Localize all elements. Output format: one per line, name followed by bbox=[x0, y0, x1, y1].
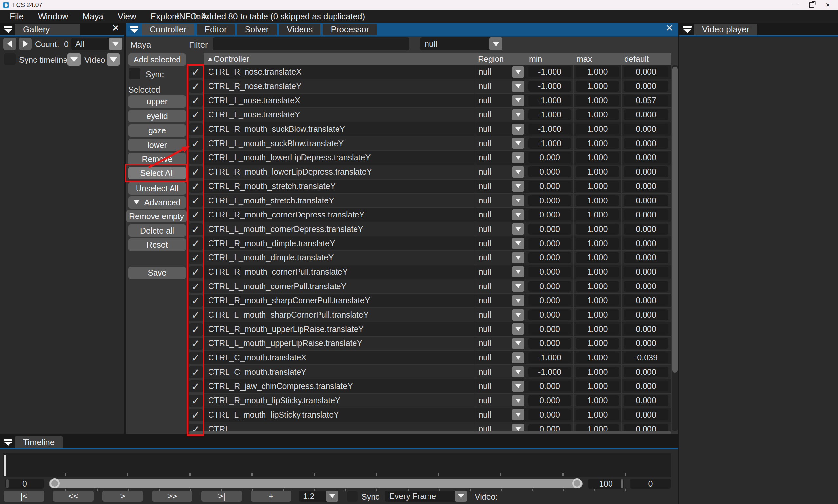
save-button[interactable]: Save bbox=[128, 267, 186, 279]
row-region-dropdown-button[interactable] bbox=[512, 238, 524, 249]
panel-menu-icon[interactable] bbox=[130, 26, 138, 33]
row-region-dropdown-button[interactable] bbox=[512, 195, 524, 206]
table-row[interactable]: CTRL_L_mouth_dimple.translateYnull0.0001… bbox=[204, 251, 671, 265]
table-row[interactable]: CTRL_L_mouth_stretch.translateYnull0.000… bbox=[204, 194, 671, 208]
row-default-value[interactable]: 0.000 bbox=[624, 267, 668, 277]
region-filter-select[interactable]: null bbox=[420, 37, 494, 50]
add-selected-button[interactable]: Add selected bbox=[128, 53, 186, 66]
frame-mode-dropdown-button[interactable] bbox=[455, 491, 467, 502]
row-default-value[interactable]: 0.000 bbox=[624, 424, 668, 431]
row-max-value[interactable]: 1.000 bbox=[576, 209, 619, 220]
row-min-value[interactable]: -1.000 bbox=[528, 124, 571, 134]
frame-mode-select[interactable]: Every Frame bbox=[385, 491, 459, 502]
row-min-value[interactable]: 0.000 bbox=[528, 281, 571, 292]
step-back-button[interactable]: << bbox=[53, 491, 93, 502]
table-row[interactable]: CTRL_L_mouth_cornerDepress.translateYnul… bbox=[204, 222, 671, 237]
select-all-button[interactable]: Select All bbox=[128, 167, 186, 179]
row-default-value[interactable]: 0.000 bbox=[624, 295, 668, 306]
row-max-value[interactable]: 1.000 bbox=[576, 95, 619, 106]
row-min-value[interactable]: 0.000 bbox=[528, 267, 571, 277]
table-header[interactable]: Controller Region min max default bbox=[204, 53, 671, 65]
row-max-value[interactable]: 1.000 bbox=[576, 109, 619, 120]
row-region-dropdown-button[interactable] bbox=[512, 381, 524, 392]
row-region-dropdown-button[interactable] bbox=[512, 281, 524, 292]
advanced-button[interactable]: Advanced bbox=[128, 196, 186, 209]
restore-button[interactable] bbox=[803, 0, 820, 10]
row-min-value[interactable]: 0.000 bbox=[528, 424, 571, 431]
gallery-view-select[interactable]: All bbox=[71, 38, 112, 50]
row-min-value[interactable]: -1.000 bbox=[528, 367, 571, 377]
gallery-view-dropdown-button[interactable] bbox=[109, 38, 122, 50]
row-default-value[interactable]: 0.000 bbox=[624, 324, 668, 335]
row-min-value[interactable]: 0.000 bbox=[528, 324, 571, 335]
row-default-value[interactable]: 0.000 bbox=[624, 224, 668, 234]
row-checkbox[interactable]: ✓ bbox=[189, 352, 203, 364]
panel-menu-icon[interactable] bbox=[4, 439, 13, 446]
group-gaze-button[interactable]: gaze bbox=[128, 124, 186, 137]
row-min-value[interactable]: 0.000 bbox=[528, 410, 571, 420]
row-default-value[interactable]: 0.000 bbox=[624, 338, 668, 349]
row-checkbox[interactable]: ✓ bbox=[189, 237, 203, 250]
column-header-default[interactable]: default bbox=[621, 53, 670, 65]
row-checkbox[interactable]: ✓ bbox=[189, 281, 203, 293]
close-button[interactable]: × bbox=[820, 0, 836, 10]
row-default-value[interactable]: 0.000 bbox=[624, 252, 668, 263]
table-scrollbar[interactable] bbox=[672, 65, 678, 431]
row-default-value[interactable]: 0.000 bbox=[624, 138, 668, 149]
row-region-dropdown-button[interactable] bbox=[512, 95, 524, 106]
row-max-value[interactable]: 1.000 bbox=[576, 152, 619, 163]
minimize-button[interactable] bbox=[787, 0, 803, 10]
row-default-value[interactable]: 0.000 bbox=[624, 124, 668, 134]
row-min-value[interactable]: 0.000 bbox=[528, 181, 571, 192]
table-row[interactable]: CTRL_R_mouth_lowerLipDepress.translateYn… bbox=[204, 165, 671, 180]
row-min-value[interactable]: 0.000 bbox=[528, 295, 571, 306]
row-min-value[interactable]: 0.000 bbox=[528, 309, 571, 320]
row-default-value[interactable]: 0.000 bbox=[624, 166, 668, 177]
row-default-value[interactable]: 0.000 bbox=[624, 238, 668, 249]
group-upper-button[interactable]: upper bbox=[128, 95, 186, 108]
row-min-value[interactable]: 0.000 bbox=[528, 238, 571, 249]
row-max-value[interactable]: 1.000 bbox=[576, 381, 619, 392]
row-min-value[interactable]: 0.000 bbox=[528, 152, 571, 163]
row-max-value[interactable]: 1.000 bbox=[576, 166, 619, 177]
menu-item-window[interactable]: Window bbox=[38, 12, 68, 22]
row-region-dropdown-button[interactable] bbox=[512, 81, 524, 92]
filter-input[interactable] bbox=[213, 37, 409, 50]
go-to-end-button[interactable]: >| bbox=[201, 491, 242, 502]
row-checkbox[interactable]: ✓ bbox=[189, 323, 203, 336]
row-max-value[interactable]: 1.000 bbox=[576, 81, 619, 92]
row-default-value[interactable]: 0.000 bbox=[624, 66, 668, 77]
table-row[interactable]: CTRL_…null0.0001.0000.000 bbox=[204, 422, 671, 431]
panel-menu-icon[interactable] bbox=[4, 26, 13, 33]
table-row[interactable]: CTRL_L_nose.translateYnull-1.0001.0000.0… bbox=[204, 108, 671, 122]
row-region-dropdown-button[interactable] bbox=[512, 395, 524, 406]
column-header-max[interactable]: max bbox=[573, 53, 621, 65]
gallery-next-button[interactable] bbox=[19, 38, 32, 50]
row-default-value[interactable]: -0.039 bbox=[624, 352, 668, 363]
add-button[interactable]: + bbox=[251, 491, 291, 502]
video-dropdown-button[interactable] bbox=[107, 53, 120, 66]
row-checkbox[interactable]: ✓ bbox=[189, 309, 203, 321]
row-max-value[interactable]: 1.000 bbox=[576, 224, 619, 234]
row-max-value[interactable]: 1.000 bbox=[576, 138, 619, 149]
column-header-controller[interactable]: Controller bbox=[204, 53, 475, 65]
row-max-value[interactable]: 1.000 bbox=[576, 367, 619, 377]
group-lower-button[interactable]: lower bbox=[128, 139, 186, 151]
column-header-min[interactable]: min bbox=[526, 53, 573, 65]
table-row[interactable]: CTRL_R_mouth_sharpCornerPull.translateYn… bbox=[204, 294, 671, 308]
reset-button[interactable]: Reset bbox=[128, 238, 186, 251]
play-button[interactable]: > bbox=[103, 491, 143, 502]
row-default-value[interactable]: 0.057 bbox=[624, 95, 668, 106]
row-max-value[interactable]: 1.000 bbox=[576, 324, 619, 335]
row-min-value[interactable]: -1.000 bbox=[528, 66, 571, 77]
row-region-dropdown-button[interactable] bbox=[512, 323, 524, 335]
row-default-value[interactable]: 0.000 bbox=[624, 410, 668, 420]
row-max-value[interactable]: 1.000 bbox=[576, 181, 619, 192]
row-region-dropdown-button[interactable] bbox=[512, 124, 524, 135]
region-filter-dropdown-button[interactable] bbox=[489, 37, 503, 50]
tab-timeline[interactable]: Timeline bbox=[15, 436, 63, 448]
timeline-sync-checkbox[interactable] bbox=[347, 491, 358, 502]
panel-menu-icon[interactable] bbox=[683, 26, 692, 33]
row-min-value[interactable]: 0.000 bbox=[528, 395, 571, 406]
menu-item-view[interactable]: View bbox=[118, 12, 136, 22]
